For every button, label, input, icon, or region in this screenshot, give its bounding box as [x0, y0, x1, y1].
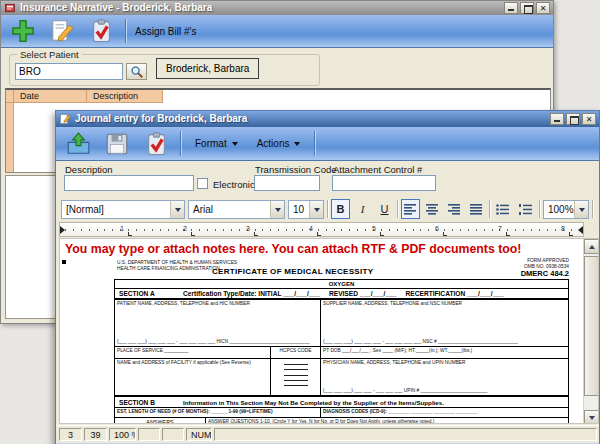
section-b-text: Information in This Section May Not Be C… [183, 399, 444, 406]
show-paragraph-marks-button[interactable]: ¶ [596, 199, 599, 219]
numbered-list-icon [519, 204, 533, 215]
form-approved-block: FORM APPROVED OMB NO. 0938-0534 DMERC 48… [521, 258, 569, 278]
left-indent-marker[interactable] [60, 226, 65, 234]
status-column-number: 39 [84, 428, 107, 441]
close-button[interactable] [582, 113, 596, 125]
tab-stop-marker[interactable] [506, 232, 510, 236]
import-attach-button[interactable] [63, 130, 93, 158]
patient-search-button[interactable] [126, 63, 147, 80]
align-center-button[interactable] [423, 199, 442, 219]
scroll-down-button[interactable] [584, 410, 599, 424]
paragraph-style-combo[interactable]: [Normal] [61, 200, 185, 219]
supplier-header: SUPPLIER NAME, ADDRESS, TELEPHONE and NS… [323, 301, 462, 306]
clipboard-check-icon [89, 18, 114, 44]
physician-cell: PHYSICIAN NAME, ADDRESS, TELEPHONE and U… [321, 359, 568, 395]
bold-button[interactable]: B [331, 199, 350, 219]
description-input[interactable] [64, 175, 194, 191]
insurance-window-title: Insurance Narrative - Broderick, Barbara [20, 3, 500, 13]
grid-column-date[interactable]: Date [14, 90, 87, 103]
status-empty-panel [162, 428, 184, 441]
desktop: Insurance Narrative - Broderick, Barbara… [0, 0, 600, 444]
align-justify-icon [470, 204, 483, 215]
tab-stop-marker[interactable] [380, 232, 384, 236]
hcpcs-blank-line [284, 385, 308, 386]
attachment-control-label: Attachment Control # [333, 164, 422, 175]
answers-instructions-cell: ANSWER QUESTIONS 1-10. (Circle Y for Yes… [206, 418, 568, 424]
status-num-lock: NUM [186, 428, 212, 441]
align-center-icon [426, 204, 439, 215]
close-button[interactable] [536, 2, 550, 14]
minimize-button[interactable] [504, 2, 518, 14]
chevron-down-icon [270, 201, 284, 218]
electronic-checkbox[interactable] [197, 178, 208, 189]
align-right-button[interactable] [445, 199, 464, 219]
format-menu-label: Format [195, 138, 227, 149]
ruler[interactable]: 1 2 3 4 5 6 7 8 [59, 222, 584, 237]
add-narrative-button[interactable] [8, 17, 38, 45]
chevron-down-icon [232, 142, 238, 146]
answers-row: ANSWERS ANSWER QUESTIONS 1-10. (Circle Y… [115, 418, 568, 424]
ruler-number: 2 [183, 225, 187, 232]
status-empty-panel [138, 428, 160, 441]
physician-header: PHYSICIAN NAME, ADDRESS, TELEPHONE and U… [323, 360, 466, 365]
form-subtitle-row: OXYGEN [115, 280, 568, 289]
bullet-list-button[interactable] [493, 199, 513, 219]
object-selection-handle[interactable] [62, 260, 66, 264]
right-indent-marker[interactable] [578, 226, 583, 234]
tab-stop-marker[interactable] [254, 232, 258, 236]
minimize-button[interactable] [550, 113, 564, 125]
format-menu-button[interactable]: Format [190, 132, 243, 156]
align-left-icon [404, 204, 417, 215]
tab-stop-marker[interactable] [443, 232, 447, 236]
zoom-combo[interactable]: 100% [543, 200, 589, 219]
tab-stop-marker[interactable] [317, 232, 321, 236]
physician-phone-line: (___ ___ ___) ___ ___ - ___ ___ ___ UPIN… [323, 388, 566, 394]
document-page[interactable]: You may type or attach notes here. You c… [60, 239, 585, 424]
journal-window-title: Journal entry for Broderick, Barbara [75, 114, 546, 124]
patient-search-input[interactable] [15, 63, 123, 80]
format-toolbar: [Normal] Arial 10 B I U [56, 197, 599, 221]
maximize-button[interactable] [520, 2, 534, 14]
note-text: You may type or attach notes here. You c… [65, 242, 521, 256]
italic-button[interactable]: I [353, 199, 372, 219]
toolbar-separator [314, 131, 315, 156]
insurance-app-icon [4, 2, 16, 14]
grid-column-description[interactable]: Description [87, 90, 163, 103]
scrollbar-thumb[interactable] [584, 256, 599, 396]
scroll-up-button[interactable] [584, 239, 599, 254]
maximize-button[interactable] [566, 113, 580, 125]
underline-button[interactable]: U [375, 199, 394, 219]
hcpcs-label-cell: HCPCS CODE [271, 347, 321, 358]
chevron-down-icon [170, 201, 184, 218]
ruler-number: 4 [309, 225, 313, 232]
ruler-number: 5 [372, 225, 376, 232]
journal-fields-row: Description Electronic Transmission Code… [56, 161, 599, 197]
attachment-control-input[interactable] [332, 175, 436, 191]
align-justify-button[interactable] [467, 199, 486, 219]
font-family-combo[interactable]: Arial [188, 200, 285, 219]
clipboard-check-icon [144, 131, 169, 157]
spell-check-button[interactable] [141, 130, 171, 158]
journal-title-bar[interactable]: Journal entry for Broderick, Barbara [56, 111, 599, 127]
ruler-number: 8 [561, 225, 565, 232]
tab-stop-marker[interactable] [191, 232, 195, 236]
tab-stop-marker[interactable] [128, 232, 132, 236]
status-zoom: 100 % [109, 428, 136, 441]
transmission-code-input[interactable] [254, 175, 320, 191]
save-button[interactable] [102, 130, 132, 158]
magnifier-icon [130, 65, 144, 79]
verify-narrative-button[interactable] [86, 17, 116, 45]
vertical-scrollbar[interactable] [583, 239, 598, 424]
numbered-list-button[interactable] [516, 199, 536, 219]
insurance-title-bar[interactable]: Insurance Narrative - Broderick, Barbara [1, 1, 553, 15]
align-left-button[interactable] [401, 199, 420, 219]
length-diagnosis-row: EST. LENGTH OF NEED (# OF MONTHS): _____… [115, 408, 568, 418]
font-size-combo[interactable]: 10 [288, 200, 324, 219]
format-separator [327, 200, 328, 218]
actions-menu-button[interactable]: Actions [252, 132, 306, 156]
assign-bill-numbers-button[interactable]: Assign Bill #'s [135, 26, 196, 37]
cmn-form: OXYGEN SECTION A Certification Type/Date… [114, 279, 569, 424]
tab-stop-marker[interactable] [569, 232, 573, 236]
format-separator [489, 200, 490, 218]
edit-narrative-button[interactable] [47, 17, 77, 45]
